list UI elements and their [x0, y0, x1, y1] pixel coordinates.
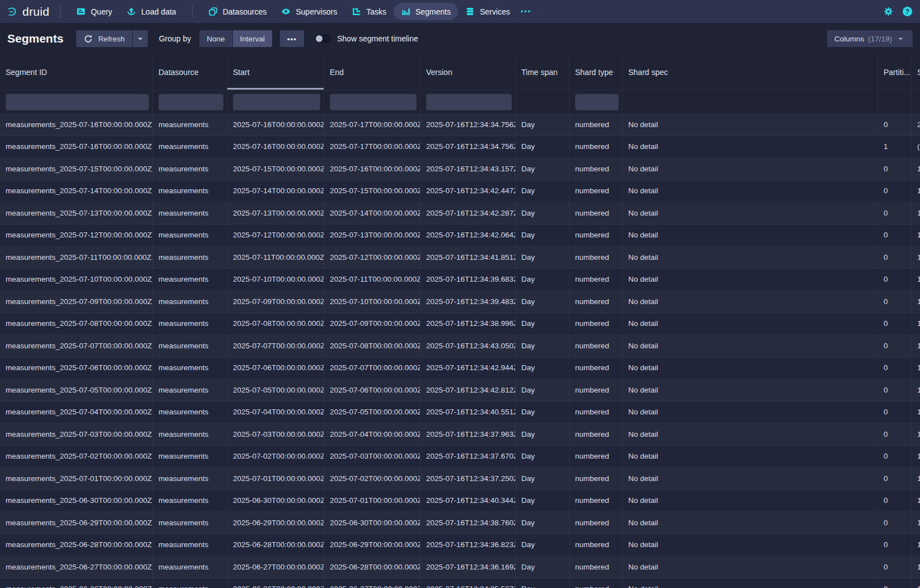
- columns-button[interactable]: Columns (17/19): [827, 30, 913, 47]
- columns-label: Columns: [834, 35, 864, 43]
- table-row[interactable]: measurements_2025-07-13T00:00:00.000Z...…: [0, 202, 920, 225]
- table-row[interactable]: measurements_2025-07-09T00:00:00.000Z...…: [0, 291, 920, 313]
- druid-logo[interactable]: druid: [8, 5, 49, 18]
- cell-shard-type: numbered: [569, 291, 623, 312]
- cell-segment-id: measurements_2025-06-28T00:00:00.000Z...: [0, 534, 153, 556]
- table-row[interactable]: measurements_2025-07-12T00:00:00.000Z...…: [0, 225, 920, 247]
- filter-input-start[interactable]: [233, 94, 320, 110]
- nav-item-segments[interactable]: Segments: [394, 3, 458, 20]
- table-row[interactable]: measurements_2025-07-02T00:00:00.000Z...…: [0, 446, 920, 468]
- cell-time-span: Day: [516, 490, 569, 512]
- filter-input-shard-type[interactable]: [575, 94, 619, 110]
- table-row[interactable]: measurements_2025-06-26T00:00:00.000Z...…: [0, 578, 920, 588]
- column-header-label: Shard type: [575, 68, 613, 77]
- nav-overflow-menu[interactable]: •••: [517, 7, 535, 16]
- table-row[interactable]: measurements_2025-07-01T00:00:00.000Z...…: [0, 468, 920, 490]
- cell-time-span: Day: [516, 423, 569, 445]
- column-header-shard-spec[interactable]: Shard spec: [623, 54, 878, 90]
- cell-end: 2025-06-27T00:00:00.000Z: [324, 578, 421, 588]
- table-row[interactable]: measurements_2025-07-14T00:00:00.000Z...…: [0, 180, 920, 203]
- cell-datasource: measurements: [153, 246, 227, 268]
- table-row[interactable]: measurements_2025-07-05T00:00:00.000Z...…: [0, 379, 920, 402]
- nav-item-supervisors[interactable]: Supervisors: [274, 3, 344, 20]
- table-row[interactable]: measurements_2025-06-28T00:00:00.000Z...…: [0, 534, 920, 557]
- table-row[interactable]: measurements_2025-07-06T00:00:00.000Z...…: [0, 357, 920, 380]
- cell-datasource: measurements: [153, 468, 227, 489]
- cell-shard-type: numbered: [569, 446, 623, 468]
- cell-partiti: 0: [878, 578, 912, 588]
- column-header-s[interactable]: S: [912, 54, 920, 90]
- cell-shard-spec: No detail: [623, 556, 878, 578]
- column-header-segment-id[interactable]: Segment ID: [0, 54, 153, 90]
- nav-item-tasks[interactable]: Tasks: [344, 3, 394, 20]
- table-row[interactable]: measurements_2025-07-15T00:00:00.000Z...…: [0, 158, 920, 180]
- table-row[interactable]: measurements_2025-07-07T00:00:00.000Z...…: [0, 335, 920, 357]
- column-header-start[interactable]: Start: [227, 54, 324, 90]
- cell-time-span: Day: [516, 114, 569, 136]
- column-header-end[interactable]: End: [324, 54, 421, 90]
- filter-cell-shard-spec: [623, 90, 878, 114]
- segment-timeline-toggle[interactable]: [315, 34, 331, 43]
- cell-end: 2025-07-17T00:00:00.000Z: [324, 114, 421, 136]
- cell-s: 1: [912, 490, 920, 512]
- cell-version: 2025-07-16T12:34:40.344Z: [421, 490, 516, 512]
- nav-divider: [192, 6, 193, 18]
- cell-segment-id: measurements_2025-07-16T00:00:00.000Z...: [0, 136, 153, 158]
- cell-segment-id: measurements_2025-07-13T00:00:00.000Z...: [0, 202, 153, 224]
- cell-end: 2025-07-12T00:00:00.000Z: [324, 246, 421, 268]
- nav-item-datasources[interactable]: Datasources: [201, 3, 274, 20]
- cell-segment-id: measurements_2025-07-12T00:00:00.000Z...: [0, 225, 153, 246]
- cell-end: 2025-07-10T00:00:00.000Z: [324, 291, 421, 312]
- refresh-button[interactable]: Refresh: [76, 30, 132, 47]
- table-row[interactable]: measurements_2025-07-10T00:00:00.000Z...…: [0, 269, 920, 291]
- table-row[interactable]: measurements_2025-07-08T00:00:00.000Z...…: [0, 313, 920, 335]
- filter-input-segment-id[interactable]: [6, 94, 149, 110]
- cell-end: 2025-07-09T00:00:00.000Z: [324, 313, 421, 335]
- cell-shard-spec: No detail: [623, 446, 878, 468]
- nav-item-query[interactable]: Query: [69, 3, 119, 20]
- table-row[interactable]: measurements_2025-07-16T00:00:00.000Z...…: [0, 136, 920, 158]
- cell-version: 2025-07-16T12:34:39.483Z: [421, 291, 516, 312]
- refresh-icon: [83, 34, 93, 44]
- more-options-button[interactable]: •••: [280, 30, 304, 47]
- group-by-option-interval[interactable]: Interval: [233, 30, 272, 47]
- table-row[interactable]: measurements_2025-07-04T00:00:00.000Z...…: [0, 402, 920, 424]
- refresh-dropdown-button[interactable]: [133, 30, 148, 47]
- cell-version: 2025-07-16T12:34:35.567Z: [421, 578, 516, 588]
- column-header-partiti[interactable]: Partiti...: [878, 54, 912, 90]
- nav-item-load-data[interactable]: Load data: [119, 3, 183, 20]
- table-row[interactable]: measurements_2025-06-30T00:00:00.000Z...…: [0, 490, 920, 512]
- cell-shard-type: numbered: [569, 402, 623, 423]
- column-header-shard-type[interactable]: Shard type: [569, 54, 623, 90]
- cell-datasource: measurements: [153, 335, 227, 357]
- cell-s: 1: [912, 158, 920, 180]
- cell-start: 2025-06-26T00:00:00.000Z: [227, 578, 324, 588]
- cell-shard-spec: No detail: [623, 114, 878, 136]
- tasks-icon: [352, 7, 361, 16]
- help-icon[interactable]: ?: [903, 7, 912, 16]
- table-row[interactable]: measurements_2025-07-03T00:00:00.000Z...…: [0, 423, 920, 446]
- cell-start: 2025-07-05T00:00:00.000Z: [227, 379, 324, 401]
- table-row[interactable]: measurements_2025-07-11T00:00:00.000Z...…: [0, 246, 920, 269]
- column-header-datasource[interactable]: Datasource: [153, 54, 227, 90]
- cell-shard-spec: No detail: [623, 578, 878, 588]
- filter-input-datasource[interactable]: [158, 94, 223, 110]
- table-row[interactable]: measurements_2025-06-27T00:00:00.000Z...…: [0, 556, 920, 578]
- cell-segment-id: measurements_2025-07-16T00:00:00.000Z...: [0, 114, 153, 136]
- filter-input-version[interactable]: [426, 94, 512, 110]
- cell-partiti: 0: [878, 446, 912, 468]
- column-header-version[interactable]: Version: [421, 54, 516, 90]
- cell-start: 2025-07-06T00:00:00.000Z: [227, 357, 324, 379]
- filter-input-end[interactable]: [330, 94, 417, 110]
- table-row[interactable]: measurements_2025-07-16T00:00:00.000Z...…: [0, 114, 920, 136]
- column-header-time-span[interactable]: Time span: [516, 54, 569, 90]
- gear-icon[interactable]: [884, 7, 893, 16]
- cell-shard-type: numbered: [569, 534, 623, 556]
- table-row[interactable]: measurements_2025-06-29T00:00:00.000Z...…: [0, 512, 920, 534]
- nav-item-services[interactable]: Services: [458, 3, 517, 20]
- cell-version: 2025-07-16T12:34:36.169Z: [421, 556, 516, 578]
- cell-version: 2025-07-16T12:34:40.551Z: [421, 402, 516, 423]
- cell-shard-type: numbered: [569, 269, 623, 291]
- group-by-option-none[interactable]: None: [199, 30, 232, 47]
- cell-segment-id: measurements_2025-07-10T00:00:00.000Z...: [0, 269, 153, 291]
